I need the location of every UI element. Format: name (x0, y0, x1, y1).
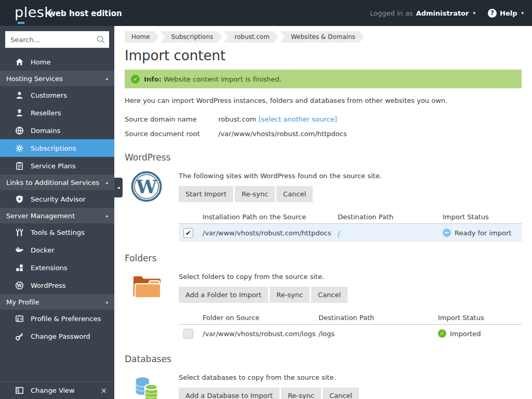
sidebar-item-label: Change Password (31, 332, 90, 340)
destination-path-link[interactable]: / (338, 229, 340, 237)
sidebar-section-server-management[interactable]: Server Management ▴ (0, 208, 114, 223)
add-folder-button[interactable]: Add a Folder to Import (179, 287, 268, 303)
globe-icon (15, 126, 24, 135)
folders-resync-button[interactable]: Re-sync (270, 287, 310, 303)
sidebar: Home Hosting Services ▴ Customers Resell… (0, 26, 114, 399)
sidebar-item-label: Security Advisor (31, 195, 86, 203)
change-view-button[interactable]: Change View × (0, 381, 114, 399)
sidebar-section-label: Hosting Services (6, 75, 63, 83)
search-icon[interactable] (96, 35, 105, 44)
sidebar-collapse-handle[interactable]: ◂ (114, 178, 123, 197)
sidebar-item-domains[interactable]: Domains (0, 122, 114, 139)
sidebar-item-tools-settings[interactable]: Tools & Settings (0, 223, 114, 241)
column-header: Destination Path (338, 213, 443, 221)
breadcrumb: Home Subscriptions robust.com Websites &… (125, 31, 522, 43)
sidebar-item-label: Customers (31, 91, 67, 99)
home-icon (15, 57, 24, 66)
folders-section-heading: Folders (125, 253, 522, 263)
search-input[interactable] (5, 31, 109, 48)
sidebar-item-change-password[interactable]: Change Password (0, 327, 114, 345)
change-view-label: Change View (31, 387, 75, 394)
sidebar-item-docker[interactable]: Docker (0, 241, 114, 259)
start-import-button[interactable]: Start Import (179, 186, 233, 202)
sidebar-item-wordpress[interactable]: W WordPress (0, 276, 114, 294)
column-header: Installation Path on the Source (203, 213, 338, 221)
column-header: Destination Path (318, 314, 438, 322)
column-header: Folder on Source (203, 314, 318, 322)
sidebar-item-subscriptions[interactable]: Subscriptions (0, 139, 114, 157)
help-menu[interactable]: Help (500, 9, 517, 17)
whale-icon (15, 245, 24, 255)
sidebar-item-resellers[interactable]: Resellers (0, 104, 114, 122)
clipboard-icon (15, 161, 24, 170)
sidebar-item-label: Tools & Settings (31, 229, 85, 236)
edition-label: web host edition (48, 9, 122, 18)
question-icon[interactable]: ? (488, 9, 497, 18)
chevron-up-icon: ▴ (105, 213, 108, 218)
folder-icon (131, 295, 163, 302)
breadcrumb-item-subscriptions[interactable]: Subscriptions (160, 31, 222, 43)
column-header: Import Status (438, 314, 522, 322)
folders-description: Select folders to copy from the source s… (179, 273, 522, 281)
checkbox-check-icon: ✔ (185, 229, 191, 237)
blocks-icon (15, 263, 24, 272)
sidebar-item-security-advisor[interactable]: Security Advisor (0, 190, 114, 208)
sidebar-item-label: Home (31, 58, 50, 66)
source-root-label: Source document root (125, 130, 218, 138)
row-checkbox-checked[interactable]: ✔ (183, 228, 193, 238)
wordpress-section-heading: WordPress (125, 152, 522, 163)
chevron-up-icon: ▴ (105, 299, 108, 304)
sidebar-section-links-additional[interactable]: Links to Additional Services ▴ (0, 175, 114, 190)
shield-icon (15, 194, 24, 204)
top-bar: plesk web host edition Logged in as Admi… (0, 0, 532, 26)
wordpress-logo-icon: W (131, 196, 162, 204)
sidebar-section-hosting-services[interactable]: Hosting Services ▴ (0, 71, 114, 86)
wordpress-cancel-button[interactable]: Cancel (276, 186, 313, 202)
layout-icon (15, 386, 24, 395)
plesk-logo[interactable]: plesk (15, 4, 52, 20)
select-another-source-link[interactable]: [select another source] (258, 115, 337, 123)
folder-source-cell: /var/www/vhosts/robust.com/logs (203, 330, 318, 338)
databases-resync-button[interactable]: Re-sync (281, 388, 321, 399)
banner-text: Info: Website content import is finished… (144, 75, 282, 83)
import-status-cell: Ready for import (455, 229, 511, 237)
close-icon[interactable]: × (100, 386, 107, 395)
sidebar-item-label: Resellers (31, 109, 61, 117)
chevron-down-icon[interactable]: ▾ (521, 10, 524, 16)
sidebar-item-profile-preferences[interactable]: Profile & Preferences (0, 310, 114, 327)
gear-icon (15, 143, 24, 153)
sidebar-item-home[interactable]: Home (0, 53, 114, 71)
folders-cancel-button[interactable]: Cancel (311, 287, 348, 303)
chevron-down-icon[interactable]: ▾ (473, 10, 475, 16)
wordpress-table: Installation Path on the Source Destinat… (179, 210, 522, 242)
databases-cancel-button[interactable]: Cancel (323, 388, 359, 399)
source-domain-value: robust.com [select another source] (218, 115, 337, 123)
source-domain-label: Source domain name (125, 115, 218, 123)
add-database-button[interactable]: Add a Database to Import (179, 388, 280, 399)
collapse-left-icon: ◂ (117, 185, 120, 190)
sidebar-item-customers[interactable]: Customers (0, 86, 114, 104)
main-content: Home Subscriptions robust.com Websites &… (114, 26, 532, 399)
wordpress-resync-button[interactable]: Re-sync (235, 186, 275, 202)
sidebar-item-service-plans[interactable]: Service Plans (0, 157, 114, 175)
key-icon (15, 331, 24, 341)
check-icon: ✓ (131, 75, 140, 84)
sidebar-item-label: Docker (31, 246, 55, 254)
logged-in-as-label: Logged in as (370, 9, 413, 17)
installation-path-cell: /var/www/vhosts/robust.com/httpdocs (203, 229, 338, 237)
person-icon (15, 90, 24, 100)
breadcrumb-item-home[interactable]: Home (125, 31, 158, 43)
sidebar-item-label: Profile & Preferences (31, 315, 101, 323)
wordpress-description: The following sites with WordPress found… (179, 172, 522, 180)
page-title: Import content (125, 48, 522, 63)
sidebar-section-label: Server Management (6, 212, 75, 220)
breadcrumb-item-domain[interactable]: robust.com (223, 31, 278, 43)
imported-status-icon: ✓ (438, 329, 446, 338)
sidebar-section-my-profile[interactable]: My Profile ▴ (0, 294, 114, 310)
sidebar-item-label: WordPress (31, 282, 66, 289)
breadcrumb-item-websites-domains[interactable]: Websites & Domains (280, 31, 364, 43)
databases-description: Select databases to copy from the source… (179, 374, 522, 381)
row-checkbox-unchecked[interactable] (183, 329, 193, 339)
user-menu[interactable]: Administrator (416, 9, 469, 17)
sidebar-item-extensions[interactable]: Extensions (0, 259, 114, 276)
